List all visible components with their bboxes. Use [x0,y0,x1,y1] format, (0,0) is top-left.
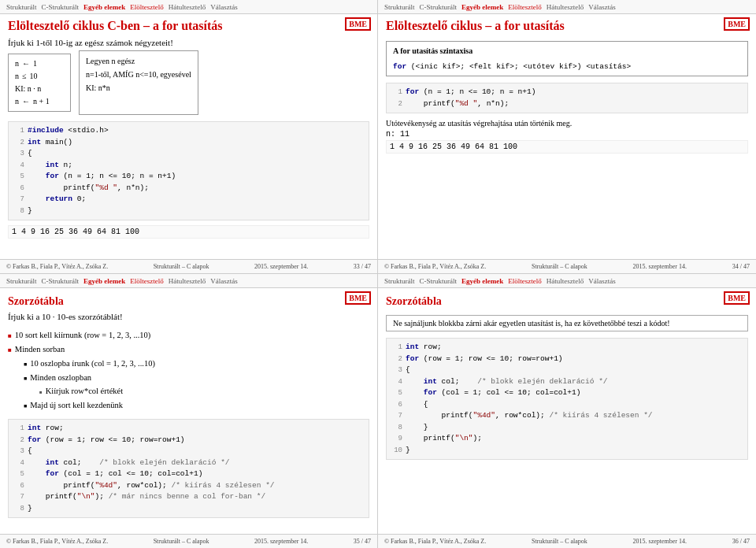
algo-and-legyen: n ← 1 n ≤ 10 KI: n · n n [8,50,369,115]
page-34-content: BME Elöltesztelő ciklus – a for utasítás… [378,14,756,259]
bullet-4: Kiírjuk row*col értékét [8,384,369,398]
code35-line8: 8} [13,503,364,515]
nav-egyeb-35[interactable]: Egyéb elemek [83,277,125,285]
nav-strukturalt-34[interactable]: Strukturált [384,3,415,11]
footer-36-page: 36 / 47 [732,538,750,545]
legyen-line1: Legyen n egész [86,54,191,68]
footer-36-date: 2015. szeptember 14. [633,538,687,545]
bme-logo-36: BME [724,291,750,305]
footer-36: © Farkas B., Fiala P., Vítéz A., Zsóka Z… [378,534,756,548]
code36-line9: 9 printf("\n"); [391,433,743,445]
nav-egyeb-34[interactable]: Egyéb elemek [461,3,503,11]
legyen-box: Legyen n egész n=1-től, AMÍG n<=10, egye… [79,50,198,115]
footer-35-authors: © Farkas B., Fiala P., Vítéz A., Zsóka Z… [6,538,108,545]
code36-line7: 7 printf("%4d", row*col); /* kiírás 4 sz… [391,410,743,422]
code-block-33: 1#include <stdio.h> 2int main() 3{ 4 int… [8,121,369,220]
nav-elolt-36[interactable]: Elöltesztelő [508,277,542,285]
legyen-line2: n=1-től, AMÍG n<=10, egyesével [86,68,191,81]
nav-elolt-35[interactable]: Elöltesztelő [130,277,164,285]
nav-strukturalt[interactable]: Strukturált [6,3,37,11]
code-line-6: 6 printf("%d ", n*n); [13,183,364,194]
n-result-34: n: 11 [386,130,748,139]
code35-line3: 3{ [13,446,364,457]
syntax-title: A for utasítás szintaxisa [393,45,741,57]
nav-elolt-34[interactable]: Elöltesztelő [508,3,542,11]
code-line-3: 3{ [13,148,364,160]
page-34-panel: Strukturált C-Strukturált Egyéb elemek E… [378,0,756,273]
footer-35-date: 2015. szeptember 14. [254,538,308,545]
nav-valasztas-36[interactable]: Választás [588,277,615,285]
utotev-note: Utótevékenység az utasítás végrehajtása … [386,119,748,128]
algo-box-33: n ← 1 n ≤ 10 KI: n · n n [8,54,71,112]
footer-34-subject: Strukturált – C alapok [532,263,587,270]
algo-line-2: n ≤ 10 [15,70,64,83]
page-33-title: Elöltesztelő ciklus C-ben – a for utasít… [8,19,369,33]
nav-cstrukturalt-36[interactable]: C-Strukturált [420,277,458,285]
code36-line8: 8 } [391,422,743,434]
nav-cstrukturalt-34[interactable]: C-Strukturált [420,3,458,11]
nav-egyeb[interactable]: Egyéb elemek [83,3,125,11]
nav-cstrukturalt-35[interactable]: C-Strukturált [42,277,80,285]
nav-hatult-35[interactable]: Hátultesztelő [169,277,206,285]
nav-hatult-36[interactable]: Hátultesztelő [547,277,584,285]
nav-hatult-34[interactable]: Hátultesztelő [547,3,584,11]
nav-hatult[interactable]: Hátultesztelő [169,3,206,11]
syntax-title-box: A for utasítás szintaxisa for (<inic kif… [386,41,748,76]
bullet-1: Minden sorban [8,342,369,357]
nav-elolt[interactable]: Elöltesztelő [130,3,164,11]
for-syntax-line: for (<inic kif>; <felt kif>; <utótev kif… [393,61,741,72]
code36-line10: 10} [391,445,743,457]
footer-33-date: 2015. szeptember 14. [254,263,308,270]
bme-logo-35: BME [345,291,371,305]
code36-line3: 3{ [391,365,743,376]
code36-line1: 1int row; [391,342,743,354]
footer-34-page: 34 / 47 [732,263,750,270]
algo-line-3: KI: n · n [15,83,64,95]
algo-line-4: n ← n + 1 [15,95,64,108]
nav-cstrukturalt[interactable]: C-Strukturált [42,3,80,11]
for-ex-line2: 2 printf("%d ", n*n); [391,98,743,110]
footer-36-authors: © Farkas B., Fiala P., Vítéz A., Zsóka Z… [384,538,486,545]
code-line-2: 2int main() [13,137,364,149]
bullet-list-35: 10 sort kell kiírnunk (row = 1, 2, 3, ..… [8,328,369,413]
code-line-7: 7 return 0; [13,194,364,206]
nav-valasztas[interactable]: Választás [210,3,237,11]
footer-33-page: 33 / 47 [354,263,371,270]
bottom-half: Strukturált C-Strukturált Egyéb elemek E… [0,274,756,548]
code35-line2: 2for (row = 1; row <= 10; row=row+1) [13,435,364,446]
nav-strukturalt-36[interactable]: Strukturált [384,277,415,285]
footer-33-subject: Strukturált – C alapok [154,263,209,270]
code35-line7: 7 printf("\n"); /* már nincs benne a col… [13,491,364,503]
for-example-34: 1for (n = 1; n <= 10; n = n+1) 2 printf(… [386,83,748,113]
page-34-title: Elöltesztelő ciklus – a for utasítás [386,19,748,33]
nav-egyeb-36[interactable]: Egyéb elemek [461,277,503,285]
code-block-36: 1int row; 2for (row = 1; row <= 10; row=… [386,338,748,460]
footer-35: © Farkas B., Fiala P., Vítéz A., Zsóka Z… [0,534,377,548]
bullet-5: Majd új sort kell kezdenünk [8,398,369,413]
footer-34: © Farkas B., Fiala P., Vítéz A., Zsóka Z… [378,259,756,273]
code-line-4: 4 int n; [13,160,364,172]
code35-line4: 4 int col; /* blokk elején deklaráció */ [13,457,364,469]
code36-line5: 5 for (col = 1; col <= 10; col=col+1) [391,387,743,399]
code-block-35: 1int row; 2for (row = 1; row <= 10; row=… [8,419,369,518]
bme-logo-33: BME [345,17,371,31]
output-33: 1 4 9 16 25 36 49 64 81 100 [8,225,369,239]
bullet-2: 10 oszlopba írunk (col = 1, 2, 3, ...10) [8,357,369,371]
nav-valasztas-35[interactable]: Választás [210,277,237,285]
footer-33-authors: © Farkas B., Fiala P., Vítéz A., Zsóka Z… [6,263,108,270]
nav-valasztas-34[interactable]: Választás [588,3,615,11]
footer-34-date: 2015. szeptember 14. [633,263,687,270]
code-line-5: 5 for (n = 1; n <= 10; n = n+1) [13,171,364,183]
page-36-title: Szorzótábla [386,295,748,308]
nav-strukturalt-35[interactable]: Strukturált [6,277,37,285]
page-36-panel: Strukturált C-Strukturált Egyéb elemek E… [378,274,756,548]
code35-line6: 6 printf("%4d", row*col); /* kiírás 4 sz… [13,480,364,492]
code35-line5: 5 for (col = 1; col <= 10; col=col+1) [13,468,364,480]
page-35-content: BME Szorzótábla Írjuk ki a 10 · 10-es sz… [0,288,377,534]
for-ex-line1: 1for (n = 1; n <= 10; n = n+1) [391,87,743,98]
nav-bar-35: Strukturált C-Strukturált Egyéb elemek E… [0,274,377,288]
code-line-1: 1#include <stdio.h> [13,125,364,137]
code-line-8: 8} [13,206,364,217]
page-35-panel: Strukturált C-Strukturált Egyéb elemek E… [0,274,378,548]
nav-bar-36: Strukturált C-Strukturált Egyéb elemek E… [378,274,756,288]
